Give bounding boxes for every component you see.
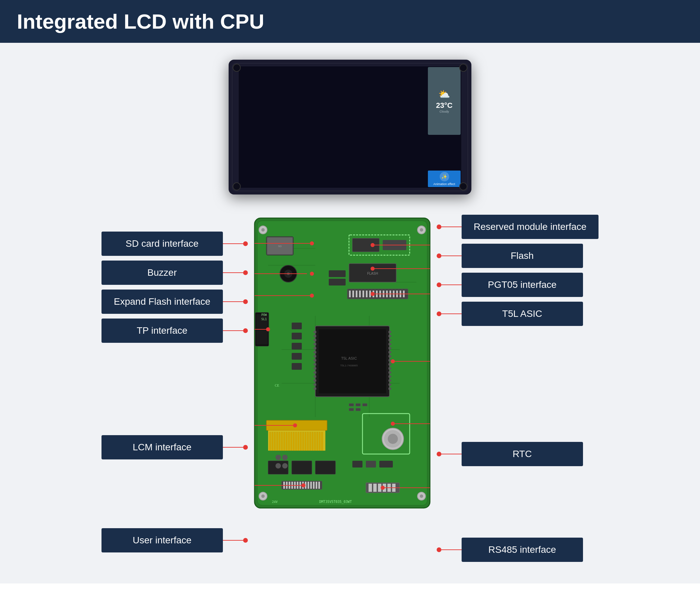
- dot-flash: [437, 254, 441, 258]
- svg-rect-62: [314, 371, 316, 373]
- svg-rect-73: [389, 355, 391, 357]
- left-item-tp: TP interface: [101, 318, 248, 343]
- line-sd-card: [223, 243, 243, 244]
- pcb-board-container: SD FLASH: [248, 215, 437, 513]
- dot-tp: [243, 328, 248, 333]
- animeff-icon: ✨: [440, 172, 449, 181]
- svg-rect-49: [319, 329, 386, 393]
- pcb-svg: SD FLASH: [248, 215, 437, 511]
- svg-text:SD: SD: [278, 245, 281, 248]
- svg-rect-61: [314, 367, 316, 369]
- dot-sd-card: [243, 241, 248, 246]
- svg-point-16: [420, 495, 423, 498]
- svg-point-14: [261, 495, 265, 498]
- left-spacer: [101, 347, 248, 435]
- svg-rect-103: [309, 432, 311, 451]
- svg-text:FLASH: FLASH: [367, 272, 378, 276]
- svg-rect-88: [274, 432, 275, 451]
- line-tp: [223, 330, 243, 331]
- svg-rect-28: [329, 270, 346, 277]
- svg-rect-104: [312, 432, 313, 451]
- page-title: Integrated LCD with CPU: [17, 9, 683, 33]
- left-item-user: User interface: [101, 528, 248, 552]
- svg-rect-175: [362, 403, 367, 406]
- svg-rect-136: [313, 482, 315, 489]
- label-flash: Flash: [461, 244, 583, 268]
- label-tp: TP interface: [101, 318, 223, 343]
- svg-point-12: [420, 228, 423, 232]
- svg-text:CE: CE: [275, 384, 279, 387]
- svg-rect-31: [349, 291, 351, 297]
- svg-rect-36: [366, 291, 368, 297]
- dot-expand-flash: [243, 299, 248, 304]
- lcd-screen: ⚙ Setting Text input DWIN 1234567890 QWE…: [239, 67, 461, 188]
- label-pgt05: PGT05 interface: [461, 273, 583, 297]
- svg-rect-33: [356, 291, 357, 297]
- dot-rtc: [437, 452, 441, 456]
- svg-rect-80: [389, 384, 391, 386]
- svg-rect-107: [319, 432, 320, 451]
- svg-rect-122: [366, 461, 376, 468]
- label-lcm: LCM interface: [101, 435, 223, 460]
- right-item-t5l: T5L ASIC: [437, 302, 599, 326]
- svg-text:T5L1-7408865: T5L1-7408865: [340, 364, 358, 367]
- svg-point-179: [282, 455, 288, 460]
- svg-rect-66: [314, 388, 316, 390]
- left-labels-column: SD card interface Buzzer Expand Flash in…: [101, 215, 248, 557]
- svg-rect-176: [349, 408, 354, 411]
- lcd-section: ⚙ Setting Text input DWIN 1234567890 QWE…: [20, 60, 680, 194]
- svg-rect-119: [292, 461, 312, 474]
- svg-rect-55: [314, 343, 316, 345]
- svg-point-181: [282, 463, 288, 469]
- pcb-diagram-section: SD card interface Buzzer Expand Flash in…: [20, 215, 680, 567]
- svg-rect-91: [281, 432, 282, 451]
- label-expand-flash: Expand Flash interface: [101, 290, 223, 314]
- line-rs485: [441, 549, 461, 550]
- right-item-reserved: Reserved module interface: [437, 215, 599, 239]
- line-expand-flash: [223, 301, 243, 302]
- svg-rect-173: [349, 403, 354, 406]
- svg-text:DMT35V5T035_03WT: DMT35V5T035_03WT: [319, 500, 352, 504]
- svg-rect-140: [369, 484, 372, 492]
- dot-reserved: [437, 225, 441, 229]
- svg-rect-105: [314, 432, 316, 451]
- svg-rect-68: [389, 335, 391, 337]
- svg-rect-71: [389, 347, 391, 349]
- svg-point-112: [388, 434, 398, 444]
- svg-rect-81: [389, 388, 391, 390]
- svg-rect-138: [318, 482, 320, 489]
- svg-rect-59: [314, 359, 316, 361]
- svg-rect-96: [293, 432, 294, 451]
- svg-rect-77: [389, 371, 391, 373]
- svg-rect-102: [307, 432, 308, 451]
- mount-hole-tr: [459, 64, 467, 72]
- dot-rs485: [437, 547, 441, 552]
- line-pgt05: [441, 285, 461, 285]
- svg-rect-76: [389, 367, 391, 369]
- dot-t5l: [437, 311, 441, 316]
- svg-rect-114: [292, 333, 302, 339]
- svg-rect-79: [389, 379, 391, 382]
- svg-rect-121: [352, 461, 362, 468]
- svg-text:POW: POW: [261, 313, 267, 316]
- svg-point-10: [261, 228, 265, 232]
- svg-rect-100: [302, 432, 304, 451]
- svg-rect-108: [321, 432, 323, 451]
- svg-rect-35: [362, 291, 364, 297]
- svg-rect-120: [315, 461, 335, 474]
- svg-rect-98: [298, 432, 299, 451]
- mount-hole-bl: [233, 182, 241, 190]
- label-t5l: T5L ASIC: [461, 302, 583, 326]
- svg-rect-95: [291, 432, 292, 451]
- svg-rect-106: [317, 432, 318, 451]
- svg-rect-123: [379, 461, 393, 468]
- svg-rect-177: [356, 408, 360, 411]
- svg-point-180: [275, 463, 281, 469]
- label-user: User interface: [101, 528, 223, 552]
- label-reserved: Reserved module interface: [461, 215, 599, 239]
- line-t5l: [441, 313, 461, 314]
- screen-cell-weather: ⛅ 23°C Cloudy: [428, 67, 460, 135]
- right-item-pgt05: PGT05 interface: [437, 273, 599, 297]
- svg-rect-117: [292, 363, 302, 370]
- line-lcm: [223, 447, 243, 448]
